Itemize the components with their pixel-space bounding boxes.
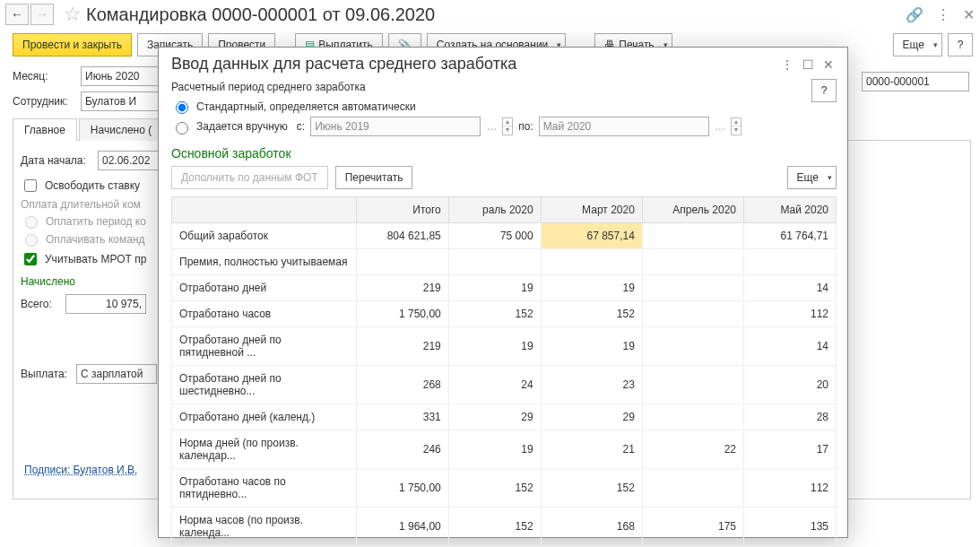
cell[interactable]	[642, 366, 743, 404]
table-row[interactable]: Премия, полностью учитываемая	[172, 249, 837, 275]
cell[interactable]: 14	[744, 275, 837, 301]
cell[interactable]	[642, 249, 743, 275]
cell[interactable]: 17	[744, 430, 837, 469]
cell[interactable]: 219	[356, 275, 448, 301]
table-row[interactable]: Отработано часов по пятидневно...1 750,0…	[172, 469, 837, 508]
table-header-row: Итого раль 2020 Март 2020 Апрель 2020 Ма…	[172, 197, 837, 223]
radio-manual[interactable]	[176, 122, 188, 135]
cell[interactable]	[642, 327, 743, 366]
modal-more-button[interactable]: Еще	[787, 166, 837, 189]
cell[interactable]: 21	[541, 430, 642, 469]
cell[interactable]: 175	[642, 508, 743, 546]
cell[interactable]: 152	[448, 508, 541, 546]
cell[interactable]: 19	[541, 327, 642, 366]
cell[interactable]: 1 750,00	[356, 469, 448, 508]
cell[interactable]: 1 750,00	[356, 301, 448, 327]
modal-title: Ввод данных для расчета среднего заработ…	[171, 55, 776, 74]
cell[interactable]: 19	[448, 430, 541, 469]
row-label: Общий заработок	[172, 223, 357, 249]
cell[interactable]	[356, 249, 448, 275]
cell[interactable]: 112	[744, 301, 837, 327]
tab-main[interactable]: Главное	[13, 118, 77, 141]
table-row[interactable]: Отработано часов1 750,00152152112	[172, 301, 837, 327]
cell[interactable]: 22	[642, 430, 743, 469]
cell[interactable]: 19	[448, 327, 541, 366]
nav-back-button[interactable]: ←	[5, 4, 29, 25]
payout-select[interactable]: С зарплатой	[76, 364, 157, 384]
total-input[interactable]: 10 975,	[65, 294, 146, 314]
cell[interactable]: 152	[448, 469, 541, 508]
doc-number-field[interactable]: 0000-000001	[862, 72, 969, 91]
table-row[interactable]: Норма часов (по произв. календа...1 964,…	[172, 508, 837, 546]
cell[interactable]	[642, 275, 743, 301]
save-close-button[interactable]: Провести и закрыть	[13, 33, 132, 56]
more-button[interactable]: Еще	[893, 33, 942, 56]
cell[interactable]: 152	[541, 469, 642, 508]
cell[interactable]: 14	[744, 327, 837, 366]
cell[interactable]: 246	[356, 430, 448, 469]
table-row[interactable]: Норма дней (по произв. календар...246192…	[172, 430, 837, 469]
modal-help-button[interactable]: ?	[811, 79, 837, 102]
cell[interactable]	[448, 249, 541, 275]
recalc-button[interactable]: Перечитать	[335, 166, 413, 189]
table-row[interactable]: Отработано дней по шестидневно...2682423…	[172, 366, 837, 404]
link-icon[interactable]: 🔗	[906, 6, 924, 23]
cell[interactable]: 1 964,00	[356, 508, 448, 546]
col-mar: Март 2020	[541, 197, 642, 223]
cell[interactable]: 331	[356, 404, 448, 430]
dots-icon-2[interactable]: …	[715, 120, 725, 133]
cell[interactable]: 23	[541, 366, 642, 404]
nav-forward-button[interactable]: →	[30, 4, 54, 25]
cell[interactable]: 61 764,71	[744, 223, 837, 249]
close-window-icon[interactable]: ✕	[963, 6, 975, 23]
mrot-checkbox[interactable]	[24, 253, 37, 265]
favorite-star-icon[interactable]: ☆	[61, 3, 84, 26]
cell[interactable]: 112	[744, 469, 837, 508]
month-label: Месяц:	[13, 70, 75, 82]
cell[interactable]: 219	[356, 327, 448, 366]
cell[interactable]: 24	[448, 366, 541, 404]
modal-close-icon[interactable]: ✕	[819, 56, 838, 74]
cell[interactable]: 20	[744, 366, 837, 404]
cell[interactable]: 29	[448, 404, 541, 430]
table-row[interactable]: Общий заработок804 621,8575 00067 857,14…	[172, 223, 837, 249]
cell[interactable]	[642, 301, 743, 327]
from-input[interactable]: Июнь 2019	[310, 117, 481, 136]
radio-auto[interactable]	[176, 101, 188, 114]
cell[interactable]: 152	[541, 301, 642, 327]
cell[interactable]: 168	[541, 508, 642, 546]
cell[interactable]: 135	[744, 508, 837, 546]
to-stepper[interactable]: ▴▾	[731, 117, 742, 135]
to-input[interactable]: Май 2020	[539, 117, 709, 136]
earnings-table[interactable]: Итого раль 2020 Март 2020 Апрель 2020 Ма…	[171, 196, 837, 546]
cell[interactable]	[642, 469, 743, 508]
cell[interactable]: 28	[744, 404, 837, 430]
from-stepper[interactable]: ▴▾	[502, 117, 513, 135]
row-label: Норма дней (по произв. календар...	[172, 430, 357, 469]
cell[interactable]	[541, 249, 642, 275]
cell[interactable]: 75 000	[448, 223, 541, 249]
cell[interactable]: 804 621,85	[356, 223, 448, 249]
modal-menu-icon[interactable]: ⋮	[776, 56, 798, 74]
help-button[interactable]: ?	[948, 33, 973, 56]
cell[interactable]	[744, 249, 837, 275]
cell[interactable]: 67 857,14	[541, 223, 642, 249]
row-label: Отработано дней по пятидневной ...	[172, 327, 357, 366]
table-row[interactable]: Отработано дней (календ.)331292928	[172, 404, 837, 430]
cell[interactable]: 29	[541, 404, 642, 430]
cell[interactable]: 19	[448, 275, 541, 301]
table-row[interactable]: Отработано дней по пятидневной ...219191…	[172, 327, 837, 366]
cell[interactable]: 152	[448, 301, 541, 327]
cell[interactable]: 19	[541, 275, 642, 301]
cell[interactable]: 268	[356, 366, 448, 404]
table-row[interactable]: Отработано дней219191914	[172, 275, 837, 301]
modal-maximize-icon[interactable]: ☐	[798, 56, 819, 74]
cell[interactable]	[642, 223, 743, 249]
free-rate-checkbox[interactable]	[24, 179, 37, 192]
cell[interactable]	[642, 404, 743, 430]
col-label	[172, 197, 357, 223]
fill-fot-button[interactable]: Дополнить по данным ФОТ	[171, 166, 328, 189]
dots-icon-1[interactable]: …	[486, 120, 497, 133]
kebab-menu-icon[interactable]: ⋮	[936, 6, 950, 23]
tab-accrued[interactable]: Начислено (	[79, 118, 163, 141]
